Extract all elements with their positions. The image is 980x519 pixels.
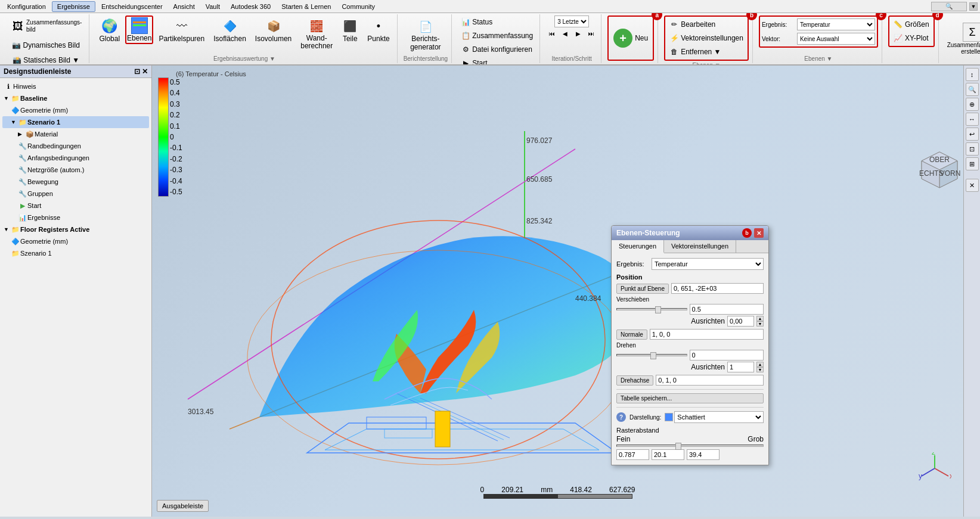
szenario1-expand[interactable]: ▼ — [11, 119, 18, 125]
spinner2-up[interactable]: ▲ — [756, 362, 764, 367]
tree-item-baseline[interactable]: ▼ 📁 Baseline — [2, 92, 149, 104]
menu-ergebnisse[interactable]: Ergebnisse — [52, 1, 95, 12]
btn-datei-konfigurieren[interactable]: ⚙ Datei konfigurieren — [458, 43, 535, 56]
ausrichten1-spinner[interactable]: ▲ ▼ — [756, 316, 764, 327]
tabelle-speichern-btn[interactable]: Tabelle speichern... — [616, 393, 764, 403]
btn-iter-next[interactable]: ▶ — [572, 29, 584, 39]
btn-zusammenfassung[interactable]: 📋 Zusammenfassung — [458, 29, 536, 42]
floor-registers-expand[interactable]: ▼ — [4, 226, 11, 232]
rt-btn-4[interactable]: ↔ — [966, 113, 979, 126]
viewcube[interactable]: OBER VORN RECHTS — [919, 149, 960, 191]
btn-wandberechner[interactable]: 🧱 Wand-berechner — [297, 15, 336, 52]
verschieben-slider[interactable] — [616, 308, 687, 310]
dialog-normale-input[interactable] — [650, 329, 764, 340]
btn-iter-prev[interactable]: ◀ — [559, 29, 571, 39]
btn-zusammenfassungsbild[interactable]: 🖼 Zusammenfassungs-bild — [6, 15, 85, 37]
tree-item-gruppen[interactable]: 🔧 Gruppen — [2, 188, 149, 200]
btn-zusammenfassung-erstellen[interactable]: Σ Zusammenfassungerstellen — [944, 20, 980, 57]
verschieben-input[interactable] — [690, 304, 764, 315]
baseline-expand[interactable]: ▼ — [4, 95, 11, 101]
rt-btn-6[interactable]: ⊡ — [966, 142, 979, 156]
btn-dynamisches-bild[interactable]: 📷 Dynamisches Bild — [9, 39, 83, 52]
tree-item-geometrie-floor[interactable]: 🔷 Geometrie (mm) — [2, 235, 149, 247]
rt-btn-3[interactable]: ⊕ — [966, 98, 979, 111]
btn-punkte[interactable]: • Punkte — [364, 15, 393, 45]
btn-statisches-bild[interactable]: 📸 Statisches Bild ▼ — [9, 54, 82, 66]
rt-btn-2[interactable]: 🔍 — [966, 83, 979, 96]
tree-item-start[interactable]: ▶ Start — [2, 200, 149, 212]
btn-entfernen[interactable]: 🗑 Entfernen ▼ — [666, 45, 746, 58]
menu-starten[interactable]: Starten & Lernen — [277, 2, 336, 11]
dialog-normale-btn[interactable]: Normale — [616, 330, 647, 340]
btn-teile[interactable]: ⬛ Teile — [338, 15, 362, 45]
raster-thumb[interactable] — [675, 443, 681, 450]
dialog-drehachse-btn[interactable]: Drehachse — [616, 375, 653, 386]
dialog-drehachse-input[interactable] — [656, 375, 764, 386]
btn-berichtsgenerator[interactable]: 📄 Berichts-generator — [407, 16, 444, 53]
btn-iter-last[interactable]: ⏭ — [585, 29, 597, 39]
rt-btn-1[interactable]: ↕ — [966, 68, 979, 81]
btn-start[interactable]: ▶ Start — [458, 57, 490, 66]
arrow-btn[interactable]: ▼ — [969, 2, 978, 11]
drehen-thumb[interactable] — [650, 352, 656, 359]
btn-iter-first[interactable]: ⏮ — [546, 29, 558, 39]
btn-isoflaechen[interactable]: 🔷 Isoflächen — [210, 15, 250, 45]
btn-ebenen[interactable]: Ebenen — [125, 15, 153, 44]
tree-item-floor-registers[interactable]: ▼ 📁 Floor Registers Active — [2, 223, 149, 235]
dialog-ergebnis-select[interactable]: Temperatur — [652, 258, 764, 270]
rt-btn-7[interactable]: ⊞ — [966, 157, 979, 170]
btn-bearbeiten[interactable]: ✏ Bearbeiten — [666, 18, 746, 31]
menu-autodesk360[interactable]: Autodesk 360 — [226, 2, 275, 11]
menu-ansicht[interactable]: Ansicht — [169, 2, 200, 11]
tree-item-szenario1-floor[interactable]: 📁 Szenario 1 — [2, 247, 149, 259]
panel-float-btn[interactable]: ⊡ — [134, 67, 140, 76]
btn-neu[interactable]: + Neu — [610, 26, 652, 50]
drehen-slider[interactable] — [616, 354, 687, 356]
spinner-up[interactable]: ▲ — [756, 316, 764, 321]
raster-input-3[interactable] — [687, 449, 720, 460]
rt-btn-5[interactable]: ↩ — [966, 128, 979, 141]
ausgabeleiste-button[interactable]: Ausgabeleiste — [157, 500, 209, 512]
tree-item-netzgroesse[interactable]: 🔧 Netzgröße (autom.) — [2, 164, 149, 176]
ausrichten1-input[interactable] — [727, 316, 754, 327]
tab-vektoreinstellungen[interactable]: Vektoreinstellungen — [664, 240, 736, 253]
viewport[interactable]: (6) Temperatur - Celsius 0.5 0.4 0.3 0.2… — [152, 66, 963, 517]
btn-vektoreinstellungen[interactable]: ⚡ Vektoreinstellungen — [666, 32, 746, 45]
menu-konfiguration[interactable]: Konfiguration — [2, 2, 51, 11]
ausrichten2-spinner[interactable]: ▲ ▼ — [756, 362, 764, 372]
verschieben-thumb[interactable] — [655, 306, 661, 313]
tree-item-anfangsbedingungen[interactable]: 🔧 Anfangsbedingungen — [2, 152, 149, 164]
btn-isovolumen[interactable]: 📦 Isovolumen — [252, 15, 295, 45]
iteration-select[interactable]: 3 Letzte — [554, 15, 589, 27]
raster-input-1[interactable] — [616, 449, 649, 460]
panel-close-btn[interactable]: ✕ — [142, 67, 148, 76]
tree-item-randbedingungen[interactable]: 🔧 Randbedingungen — [2, 140, 149, 152]
menu-entscheidungscenter[interactable]: Entscheidungscenter — [97, 2, 168, 11]
menu-vault[interactable]: Vault — [201, 2, 225, 11]
drehen-input[interactable] — [690, 350, 764, 360]
tree-item-material[interactable]: ▶ 📦 Material — [2, 128, 149, 140]
btn-xy-plot[interactable]: 📈 XY-Plot — [891, 32, 932, 45]
vektor-select[interactable]: Keine Auswahl — [797, 33, 875, 45]
btn-partikelspuren[interactable]: 〰 Partikelspuren — [155, 15, 208, 45]
spinner-down[interactable]: ▼ — [756, 321, 764, 327]
tree-item-ergebnisse[interactable]: 📊 Ergebnisse — [2, 212, 149, 223]
dialog-close-btn[interactable]: ✕ — [754, 228, 764, 238]
btn-status[interactable]: 📊 Status — [458, 15, 495, 29]
help-icon[interactable]: ? — [616, 412, 626, 422]
btn-global[interactable]: 🌍 Global — [95, 15, 123, 45]
menu-community[interactable]: Community — [337, 2, 380, 11]
tab-steuerungen[interactable]: Steuerungen — [612, 240, 664, 253]
tree-item-bewegung[interactable]: 🔧 Bewegung — [2, 176, 149, 188]
ergebnis-select[interactable]: Temperatur — [797, 18, 875, 30]
raster-slider[interactable] — [616, 445, 764, 447]
rt-btn-8[interactable]: ✕ — [966, 179, 979, 192]
search-box[interactable]: 🔍 — [931, 2, 967, 11]
ausrichten2-input[interactable] — [727, 362, 754, 372]
spinner2-down[interactable]: ▼ — [756, 367, 764, 372]
tree-item-geometrie-baseline[interactable]: 🔷 Geometrie (mm) — [2, 104, 149, 116]
btn-groessen[interactable]: 📏 Größen — [891, 18, 932, 31]
dialog-punkt-input[interactable] — [671, 283, 764, 294]
raster-input-2[interactable] — [652, 449, 684, 460]
tree-item-szenario1[interactable]: ▼ 📁 Szenario 1 — [2, 116, 149, 128]
